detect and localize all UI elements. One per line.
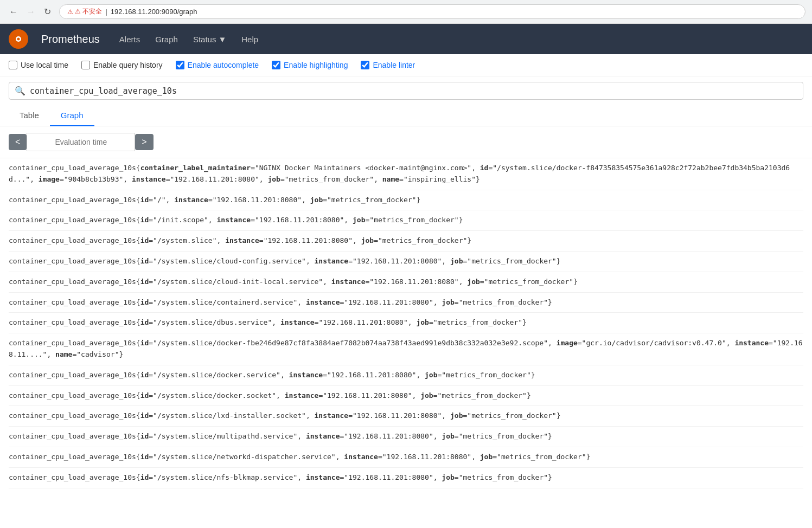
browser-chrome: ← → ↻ ⚠ ⚠ 不安全 | 192.168.11.200:9090/grap… [0,0,812,24]
metric-name: container_cpu_load_average_10s [9,196,136,204]
tab-table[interactable]: Table [9,105,50,126]
metric-name: container_cpu_load_average_10s [9,278,136,286]
enable-autocomplete-checkbox[interactable] [176,61,184,69]
metric-name: container_cpu_load_average_10s [9,453,136,461]
svg-point-2 [17,38,20,41]
navbar-brand: Prometheus [41,33,100,46]
address-bar[interactable]: ⚠ ⚠ 不安全 | 192.168.11.200:9090/graph [59,4,805,19]
search-icon: 🔍 [15,86,25,96]
metric-name: container_cpu_load_average_10s [9,371,136,379]
metric-name: container_cpu_load_average_10s [9,473,136,481]
metric-name: container_cpu_load_average_10s [9,411,136,420]
eval-prev-button[interactable]: < [9,134,27,150]
table-row: container_cpu_load_average_10s{id="/init… [9,210,803,231]
enable-highlighting-label: Enable highlighting [284,61,348,69]
enable-autocomplete-label: Enable autocomplete [188,61,259,69]
chevron-down-icon: ▼ [218,35,226,44]
enable-highlighting-checkbox[interactable] [272,61,280,69]
forward-button[interactable]: → [24,6,38,18]
metric-name: container_cpu_load_average_10s [9,257,136,265]
enable-query-history-option[interactable]: Enable query history [81,61,163,69]
metric-name: container_cpu_load_average_10s [9,236,136,244]
table-row: container_cpu_load_average_10s{id="/syst… [9,427,803,447]
enable-query-history-label: Enable query history [93,61,163,69]
tab-graph[interactable]: Graph [50,105,94,126]
nav-graph[interactable]: Graph [149,30,184,48]
enable-autocomplete-option[interactable]: Enable autocomplete [176,61,259,69]
nav-alerts[interactable]: Alerts [113,30,146,48]
back-button[interactable]: ← [7,6,21,18]
use-local-time-label: Use local time [21,61,68,69]
table-row: container_cpu_load_average_10s{id="/syst… [9,252,803,272]
metric-name: container_cpu_load_average_10s [9,432,136,440]
prometheus-logo [9,29,28,49]
navbar: Prometheus Alerts Graph Status ▼ Help [0,24,812,54]
table-row: container_cpu_load_average_10s{id="/", i… [9,190,803,211]
metric-name: container_cpu_load_average_10s [9,164,136,172]
table-row: container_cpu_load_average_10s{id="/syst… [9,231,803,252]
table-row: container_cpu_load_average_10s{id="/syst… [9,468,803,488]
warning-icon: ⚠ [67,8,73,16]
enable-linter-checkbox[interactable] [361,61,369,69]
security-warning: ⚠ ⚠ 不安全 [67,7,102,16]
options-bar: Use local time Enable query history Enab… [0,54,812,76]
table-row: container_cpu_load_average_10s{id="/syst… [9,365,803,386]
enable-query-history-checkbox[interactable] [81,61,90,69]
search-bar: 🔍 [9,82,803,100]
table-row: container_cpu_load_average_10s{id="/syst… [9,386,803,407]
eval-time-row: < > [0,126,812,158]
nav-status[interactable]: Status ▼ [187,30,233,48]
reload-button[interactable]: ↻ [41,5,54,18]
table-row: container_cpu_load_average_10s{id="/syst… [9,313,803,333]
table-row: container_cpu_load_average_10s{id="/syst… [9,447,803,468]
eval-time-input[interactable] [27,133,135,151]
url-text: 192.168.11.200:9090/graph [111,8,197,16]
table-row: container_cpu_load_average_10s{id="/syst… [9,272,803,293]
eval-next-button[interactable]: > [135,134,153,150]
nav-help[interactable]: Help [235,30,265,48]
metric-name: container_cpu_load_average_10s [9,391,136,400]
metric-name: container_cpu_load_average_10s [9,339,136,347]
table-row: container_cpu_load_average_10s{id="/syst… [9,293,803,313]
logo-icon [12,33,25,46]
metric-name: container_cpu_load_average_10s [9,318,136,326]
search-input[interactable] [30,86,797,96]
tabs-bar: Table Graph [0,105,812,126]
table-row: container_cpu_load_average_10s{id="/syst… [9,333,803,365]
use-local-time-checkbox[interactable] [9,61,17,69]
enable-linter-option[interactable]: Enable linter [361,61,415,69]
table-row: container_cpu_load_average_10s{id="/syst… [9,406,803,427]
navbar-links: Alerts Graph Status ▼ Help [113,30,265,48]
enable-linter-label: Enable linter [373,61,415,69]
table-row: container_cpu_load_average_10s{container… [9,158,803,190]
metric-name: container_cpu_load_average_10s [9,298,136,306]
metric-name: container_cpu_load_average_10s [9,216,136,224]
url-separator: | [105,8,107,16]
nav-buttons: ← → ↻ [7,5,54,18]
enable-highlighting-option[interactable]: Enable highlighting [272,61,348,69]
results-container: container_cpu_load_average_10s{container… [0,158,812,488]
use-local-time-option[interactable]: Use local time [9,61,68,69]
